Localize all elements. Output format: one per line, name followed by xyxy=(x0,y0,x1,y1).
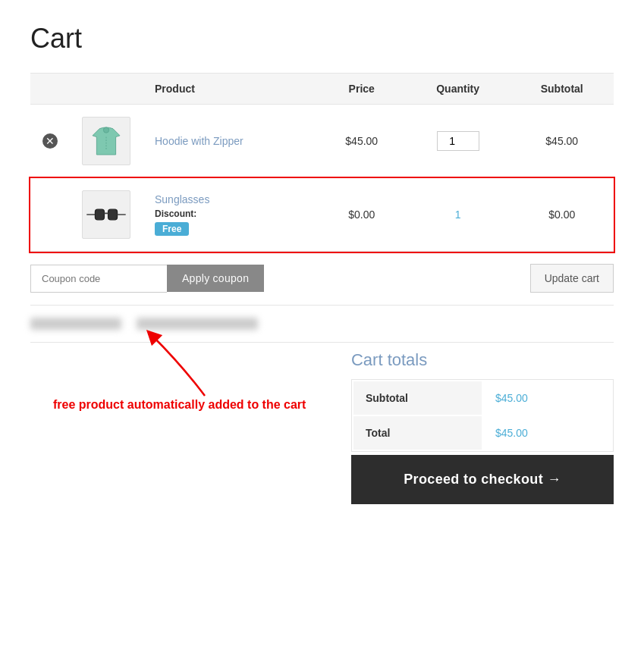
product-name-cell: Hoodie with Zipper xyxy=(143,105,318,178)
page-title: Cart xyxy=(30,23,614,55)
product-thumbnail xyxy=(82,117,130,165)
apply-coupon-button[interactable]: Apply coupon xyxy=(167,265,264,292)
remove-item-button[interactable]: ✕ xyxy=(42,133,58,149)
bottom-area: free product automatically added to the … xyxy=(30,350,614,504)
svg-rect-4 xyxy=(108,209,118,220)
col-subtotal: Subtotal xyxy=(510,74,614,105)
sunglasses-icon xyxy=(83,199,129,230)
coupon-input[interactable] xyxy=(30,265,167,293)
product-quantity xyxy=(406,105,510,178)
total-row: Total $45.00 xyxy=(353,416,611,450)
col-price: Price xyxy=(318,74,406,105)
product-thumbnail xyxy=(82,190,130,239)
product-link[interactable]: Sunglasses xyxy=(155,193,209,205)
product-subtotal: $45.00 xyxy=(510,105,614,178)
subtotal-value: $45.00 xyxy=(483,381,611,415)
total-value: $45.00 xyxy=(483,416,611,450)
total-label: Total xyxy=(353,416,482,450)
discount-label: Discount: xyxy=(155,208,306,219)
quantity-input[interactable] xyxy=(437,131,479,151)
cart-totals-title: Cart totals xyxy=(351,350,614,370)
svg-point-0 xyxy=(103,127,108,133)
checkout-button[interactable]: Proceed to checkout → xyxy=(351,455,614,504)
product-price: $45.00 xyxy=(318,105,406,178)
table-row: ✕ Hoodie with Zipper $45.00 xyxy=(30,105,614,178)
subtotal-row: Subtotal $45.00 xyxy=(353,381,611,415)
product-link[interactable]: Hoodie with Zipper xyxy=(155,135,243,147)
product-subtotal: $0.00 xyxy=(510,178,614,252)
annotation-arrow xyxy=(106,328,243,403)
product-quantity: 1 xyxy=(406,178,510,252)
hoodie-icon xyxy=(86,121,127,161)
col-quantity: Quantity xyxy=(406,74,510,105)
product-name-cell: Sunglasses Discount: Free xyxy=(143,178,318,252)
product-price: $0.00 xyxy=(318,178,406,252)
subtotal-label: Subtotal xyxy=(353,381,482,415)
coupon-row: Apply coupon Update cart xyxy=(30,252,614,306)
table-row: Sunglasses Discount: Free $0.00 1 $0.00 xyxy=(30,178,614,252)
cart-totals: Cart totals Subtotal $45.00 Total $45.00… xyxy=(351,350,614,504)
update-cart-button[interactable]: Update cart xyxy=(530,264,614,293)
col-product: Product xyxy=(143,74,318,105)
quantity-link[interactable]: 1 xyxy=(455,208,461,221)
cart-table: Product Price Quantity Subtotal ✕ xyxy=(30,73,614,252)
annotation-area: free product automatically added to the … xyxy=(30,350,351,504)
totals-table: Subtotal $45.00 Total $45.00 xyxy=(351,379,614,452)
free-badge: Free xyxy=(155,222,189,236)
svg-rect-3 xyxy=(95,209,104,220)
